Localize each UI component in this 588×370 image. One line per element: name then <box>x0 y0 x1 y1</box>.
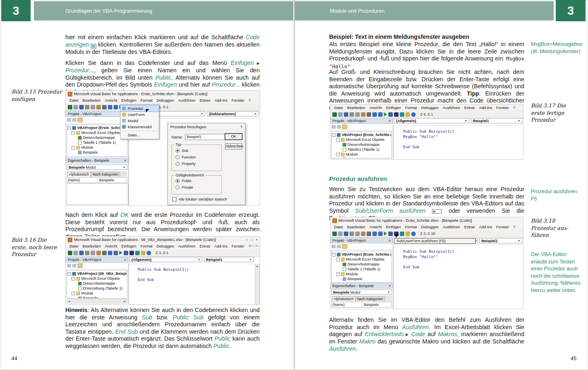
project-explorer-icon[interactable] <box>405 232 410 236</box>
copy-icon[interactable] <box>355 232 360 236</box>
menu-item[interactable]: Format <box>138 244 154 248</box>
vertical-scrollbar[interactable]: ▲ <box>255 264 260 304</box>
radio-private[interactable]: Private <box>176 185 193 189</box>
tab-alphabetisch[interactable]: Alphabetisch <box>67 172 91 177</box>
menu-item[interactable]: Fenster <box>494 225 511 229</box>
close-icon[interactable]: × <box>124 159 126 163</box>
pause-icon[interactable] <box>388 112 393 117</box>
paste-icon[interactable] <box>96 105 101 109</box>
pause-icon[interactable] <box>388 232 393 236</box>
design-mode-icon[interactable] <box>400 112 404 117</box>
view-object-icon[interactable] <box>74 105 78 109</box>
view-code-icon[interactable] <box>67 264 71 267</box>
menu-item-userform[interactable]: UserForm <box>120 111 159 118</box>
checkbox-static-variables[interactable]: Alle lokalen Variablen statisch <box>172 197 227 201</box>
cut-icon[interactable] <box>85 251 89 255</box>
tree-item-project[interactable]: −VBAProject (Erste_Schritte.xlsm) <box>332 252 391 257</box>
tree-item-project[interactable]: −VBAProject (Erste_Schritte.xlsm) <box>67 125 127 130</box>
abbrechen-button[interactable]: Abbrechen <box>225 143 242 149</box>
procedure-combo[interactable]: Beispiel1▼ <box>479 238 522 243</box>
toggle-folders-icon[interactable] <box>342 244 347 249</box>
menu-item[interactable]: Ansicht <box>368 225 384 229</box>
paste-icon[interactable] <box>96 251 101 255</box>
project-explorer-icon[interactable] <box>405 112 410 117</box>
menu-item[interactable]: Debuggen <box>154 98 176 103</box>
save-icon[interactable] <box>344 112 348 117</box>
maximize-icon[interactable]: □ <box>251 238 253 242</box>
tree-item-workbook[interactable]: DieseArbeitsmappe <box>332 142 391 147</box>
paste-icon[interactable] <box>361 112 365 117</box>
excel-icon[interactable] <box>68 105 72 109</box>
menu-item[interactable]: Einfügen <box>384 225 403 229</box>
menu-item[interactable]: Extras <box>462 106 477 110</box>
tree-item-modules[interactable]: −Module <box>67 145 127 150</box>
menu-item[interactable]: Bearbeiten <box>345 106 368 110</box>
menu-item[interactable]: Format <box>138 98 154 103</box>
properties-object-selector[interactable]: Beispiele Modul ▼ <box>331 290 392 295</box>
view-object-icon[interactable] <box>337 125 341 129</box>
close-icon[interactable]: × <box>256 238 258 242</box>
close-icon[interactable]: × <box>389 284 391 288</box>
stop-icon[interactable] <box>129 251 134 255</box>
copy-icon[interactable] <box>91 251 95 255</box>
tree-item-folder[interactable]: −Microsoft Excel Objekte <box>67 130 127 135</box>
stop-icon[interactable] <box>394 112 399 117</box>
close-icon[interactable]: × <box>389 239 391 243</box>
menu-item[interactable]: Add-Ins <box>212 98 229 103</box>
tree-item-module[interactable]: Beispiele <box>67 296 127 299</box>
undo-icon[interactable] <box>372 232 377 236</box>
menu-item[interactable]: Ansicht <box>103 244 120 248</box>
view-object-icon[interactable] <box>338 112 343 117</box>
menu-item[interactable]: Bearbeiten <box>345 225 368 229</box>
menu-item-modul[interactable]: Modul <box>120 118 159 124</box>
menu-item[interactable]: Einfügen <box>384 106 403 110</box>
menu-item[interactable]: Fenster <box>494 106 511 110</box>
tree-item-modules[interactable]: −Module <box>332 272 391 276</box>
menu-item[interactable]: Debuggen <box>419 225 441 229</box>
redo-icon[interactable] <box>114 105 118 109</box>
undo-icon[interactable] <box>108 251 112 255</box>
menu-item[interactable]: Datei <box>332 225 345 229</box>
excel-icon[interactable] <box>332 232 337 236</box>
view-code-icon[interactable] <box>332 125 336 129</box>
view-code-icon[interactable] <box>332 245 336 248</box>
radio-sub[interactable]: Sub <box>176 149 188 153</box>
menu-item[interactable]: Format <box>403 106 419 110</box>
object-combo[interactable]: (Allgemein)▼ <box>394 118 469 123</box>
object-combo[interactable]: (Allgemein)▼ <box>129 257 203 262</box>
excel-icon[interactable] <box>68 251 72 255</box>
menu-item[interactable]: Debuggen <box>154 244 176 248</box>
tab-nach-kategorien[interactable]: Nach Kategorien <box>91 172 120 177</box>
menu-item[interactable]: Add-Ins <box>212 244 229 248</box>
tree-item-modules[interactable]: −Module <box>332 152 391 157</box>
cut-icon[interactable] <box>350 112 354 117</box>
procedure-combo[interactable]: (Deklarationen)▼ <box>207 111 259 116</box>
menu-item[interactable]: ? <box>511 106 517 110</box>
tree-item-project[interactable]: −VBAProject (09_VBA_Beispie <box>67 271 127 276</box>
horizontal-scrollbar[interactable]: ◄ ► <box>67 299 127 303</box>
menu-item[interactable]: Extras <box>462 225 477 229</box>
procedure-combo[interactable]: Beispiel1▼ <box>204 257 254 262</box>
tree-item-sheet[interactable]: Tabelle 1 (Tabelle 1) <box>332 267 391 272</box>
procedure-combo[interactable]: Beispiel1▼ <box>471 118 522 123</box>
view-object-icon[interactable] <box>74 251 78 255</box>
menu-item[interactable]: Datei <box>67 244 80 248</box>
redo-icon[interactable] <box>378 232 383 236</box>
find-icon[interactable] <box>102 105 107 109</box>
menu-item[interactable]: Bearbeiten <box>80 244 103 248</box>
minimize-icon[interactable]: – <box>246 238 248 242</box>
radio-public[interactable]: Public <box>176 179 192 183</box>
save-icon[interactable] <box>79 105 84 109</box>
menu-item[interactable]: ? <box>247 98 253 103</box>
help-icon[interactable] <box>147 251 151 255</box>
menu-item[interactable]: Ausführen <box>176 98 197 103</box>
ok-button[interactable]: OK <box>225 134 242 140</box>
close-icon[interactable]: × <box>124 258 126 262</box>
menu-item-datei[interactable]: Datei... <box>120 132 159 138</box>
tab-alphabetisch[interactable]: Alphabetisch <box>332 296 355 301</box>
project-explorer-icon[interactable] <box>141 251 145 255</box>
paste-icon[interactable] <box>361 232 365 236</box>
tree-item-folder[interactable]: −Microsoft Excel Objekte <box>67 276 127 281</box>
menu-item[interactable]: Bearbeiten <box>80 98 103 103</box>
properties-object-selector[interactable]: Beispiele Modul ▼ <box>67 165 127 170</box>
